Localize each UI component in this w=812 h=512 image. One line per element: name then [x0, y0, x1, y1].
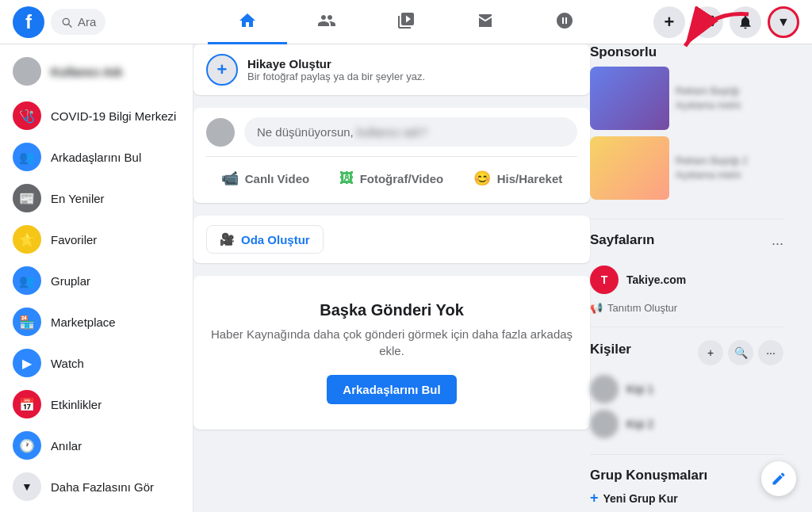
watch-icon: ▶	[13, 349, 41, 377]
live-video-label: Canlı Video	[245, 172, 309, 185]
person-1-name: Kişi 1	[626, 383, 653, 395]
promo-icon: 📢	[590, 302, 603, 314]
ad-1-text: Reklam Başlığı Açıklama metni	[676, 67, 741, 130]
person-2[interactable]: Kişi 2	[590, 407, 783, 441]
user-name: Kullanıcı Adı	[51, 65, 122, 78]
account-button[interactable]: ▼	[768, 6, 799, 38]
sidebar-item-covid[interactable]: 🩺 COVID-19 Bilgi Merkezi	[6, 95, 186, 136]
room-section: 🎥 Oda Oluştur	[193, 216, 590, 263]
promo-label: Tanıtım Oluştur	[607, 302, 677, 314]
topnav-right: + ▼	[641, 6, 799, 38]
user-avatar	[13, 57, 41, 86]
people-search-button[interactable]: 🔍	[728, 340, 753, 365]
page-name: Takiye.com	[626, 273, 686, 286]
people-title: Kişiler	[590, 342, 631, 357]
sidebar-item-latest[interactable]: 📰 En Yeniler	[6, 178, 186, 219]
ad-2[interactable]: Reklam Başlığı 2 Açıklama metni	[590, 136, 783, 200]
new-group-label: Yeni Grup Kur	[603, 492, 678, 505]
people-section: Kişiler + 🔍 ··· Kişi 1 Kişi 2	[590, 340, 783, 441]
tab-friends[interactable]	[287, 0, 366, 44]
right-column: Sponsorlu Reklam Başlığı Açıklama metni …	[590, 44, 783, 512]
create-room-button[interactable]: 🎥 Oda Oluştur	[206, 225, 324, 254]
people-more-button[interactable]: ···	[758, 340, 783, 365]
ad-1-desc: Açıklama metni	[676, 100, 741, 111]
person-2-avatar	[590, 410, 619, 438]
right-divider-2	[590, 327, 783, 327]
events-icon: 📅	[13, 390, 41, 418]
sidebar: Kullanıcı Adı 🩺 COVID-19 Bilgi Merkezi 👥…	[0, 44, 193, 512]
latest-icon: 📰	[13, 184, 41, 212]
right-divider-1	[590, 219, 783, 220]
sidebar-item-favorites[interactable]: ⭐ Favoriler	[6, 219, 186, 260]
groups-icon: 👥	[13, 266, 41, 295]
messenger-button[interactable]	[691, 6, 723, 38]
pages-more-button[interactable]: ···	[772, 235, 783, 252]
memories-icon: 🕐	[13, 431, 41, 460]
sidebar-user[interactable]: Kullanıcı Adı	[6, 51, 186, 92]
edit-button[interactable]	[761, 461, 796, 496]
compose-row: Ne düşünüyorsun, kullanıcı adı?	[206, 117, 577, 147]
empty-subtitle: Haber Kaynağında daha çok gönderi görmek…	[206, 326, 577, 359]
pages-header: Sayfaların ···	[590, 232, 783, 254]
feeling-icon: 😊	[473, 170, 491, 187]
topnav-center	[171, 0, 641, 44]
sidebar-label-latest: En Yeniler	[51, 192, 105, 205]
live-video-icon: 📹	[221, 170, 239, 187]
sidebar-item-groups[interactable]: 👥 Gruplar	[6, 260, 186, 301]
tab-watch[interactable]	[366, 0, 446, 44]
story-plus-icon: +	[206, 54, 238, 86]
promo-text: 📢 Tanıtım Oluştur	[590, 302, 783, 314]
compose-photo-video[interactable]: 🖼 Fotoğraf/Video	[327, 163, 457, 193]
ad-1-title: Reklam Başlığı	[676, 86, 741, 97]
favorites-icon: ⭐	[13, 225, 41, 254]
tab-marketplace[interactable]	[446, 0, 525, 44]
person-1-avatar	[590, 375, 619, 403]
sidebar-item-events[interactable]: 📅 Etkinlikler	[6, 384, 186, 425]
compose-live-video[interactable]: 📹 Canlı Video	[209, 163, 322, 193]
photo-video-icon: 🖼	[339, 170, 354, 187]
empty-title: Başka Gönderi Yok	[206, 301, 577, 319]
sidebar-label-events: Etkinlikler	[51, 398, 102, 411]
page-info: Takiye.com	[626, 273, 686, 286]
sidebar-label-see-more: Daha Fazlasını Gör	[51, 480, 154, 494]
takiye-avatar: T	[590, 266, 619, 294]
feeling-label: His/Hareket	[497, 172, 563, 185]
tab-home[interactable]	[208, 0, 287, 44]
top-navigation: f Ara + ▼	[0, 0, 812, 44]
people-actions: + 🔍 ···	[698, 340, 783, 365]
room-card: 🎥 Oda Oluştur	[193, 216, 590, 263]
find-friends-icon: 👥	[13, 143, 41, 171]
search-box[interactable]: Ara	[51, 9, 105, 35]
room-label: Oda Oluştur	[241, 233, 310, 246]
compose-input[interactable]: Ne düşünüyorsun, kullanıcı adı?	[244, 117, 577, 147]
sidebar-item-see-more[interactable]: ▼ Daha Fazlasını Gör	[6, 466, 186, 507]
post-compose: Ne düşünüyorsun, kullanıcı adı? 📹 Canlı …	[193, 108, 590, 203]
see-more-icon: ▼	[13, 472, 41, 501]
new-group-button[interactable]: + Yeni Grup Kur	[590, 490, 678, 506]
people-add-button[interactable]: +	[698, 340, 723, 365]
add-button[interactable]: +	[653, 6, 685, 38]
empty-feed-card: Başka Gönderi Yok Haber Kaynağında daha …	[193, 276, 590, 430]
sidebar-item-memories[interactable]: 🕐 Anılar	[6, 425, 186, 466]
sidebar-label-find-friends: Arkadaşlarını Bul	[51, 151, 141, 164]
sponsored-title: Sponsorlu	[590, 44, 783, 60]
people-header: Kişiler + 🔍 ···	[590, 340, 783, 365]
ad-1[interactable]: Reklam Başlığı Açıklama metni	[590, 67, 783, 130]
compose-feeling[interactable]: 😊 His/Hareket	[461, 163, 576, 193]
find-friends-button[interactable]: Arkadaşlarını Bul	[327, 375, 456, 404]
story-create[interactable]: + Hikaye Oluştur Bir fotoğraf paylaş ya …	[193, 44, 590, 95]
page-takiye[interactable]: T Takiye.com	[590, 261, 783, 299]
person-1[interactable]: Kişi 1	[590, 372, 783, 407]
person-2-name: Kişi 2	[626, 418, 653, 430]
notifications-button[interactable]	[730, 6, 761, 38]
sidebar-label-covid: COVID-19 Bilgi Merkezi	[51, 109, 176, 123]
tab-groups[interactable]	[525, 0, 604, 44]
photo-video-label: Fotoğraf/Video	[360, 172, 444, 185]
sidebar-item-marketplace[interactable]: 🏪 Marketplace	[6, 301, 186, 342]
sidebar-label-groups: Gruplar	[51, 274, 90, 288]
facebook-logo[interactable]: f	[13, 6, 44, 38]
room-icon: 🎥	[220, 232, 235, 246]
sidebar-item-watch[interactable]: ▶ Watch	[6, 342, 186, 384]
sponsored-section: Sponsorlu Reklam Başlığı Açıklama metni …	[590, 44, 783, 206]
sidebar-item-find-friends[interactable]: 👥 Arkadaşlarını Bul	[6, 136, 186, 178]
